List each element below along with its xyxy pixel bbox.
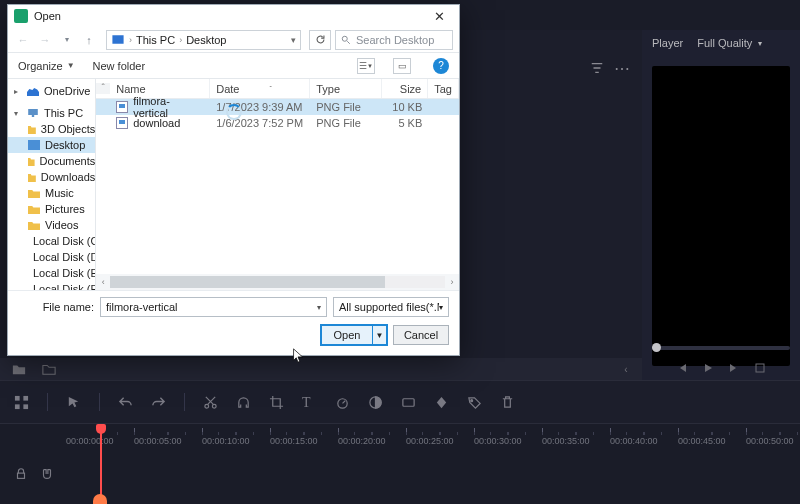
- breadcrumb[interactable]: › This PC › Desktop ▾: [106, 30, 301, 50]
- tree-item[interactable]: Local Disk (E:): [8, 265, 95, 281]
- folder-tree[interactable]: ▸OneDrive▾This PC3D ObjectsDesktopDocume…: [8, 79, 96, 290]
- chevron-right-icon: ›: [179, 35, 182, 45]
- magnet-icon[interactable]: [40, 467, 54, 481]
- file-name: filmora-vertical: [133, 95, 204, 119]
- pointer-icon[interactable]: [66, 395, 81, 410]
- col-type[interactable]: Type: [310, 79, 382, 98]
- dialog-title: Open: [34, 10, 425, 22]
- timeline-tick: 00:00:50:00: [780, 428, 800, 452]
- tree-item[interactable]: Local Disk (D:): [8, 249, 95, 265]
- keyframe-icon[interactable]: [434, 395, 449, 410]
- folder-new-icon[interactable]: [12, 362, 26, 376]
- tag-icon[interactable]: [467, 395, 482, 410]
- nav-back-icon[interactable]: ←: [14, 31, 32, 49]
- color-icon[interactable]: [368, 395, 383, 410]
- col-size[interactable]: Size: [382, 79, 428, 98]
- tree-item[interactable]: Downloads: [8, 169, 95, 185]
- svg-point-5: [205, 404, 209, 408]
- view-mode-button[interactable]: ☰ ▼: [357, 58, 375, 74]
- prev-frame-icon[interactable]: [676, 360, 688, 372]
- tree-item[interactable]: ▸OneDrive: [8, 83, 95, 99]
- file-row[interactable]: download1/6/2023 7:52 PMPNG File5 KB: [96, 115, 459, 131]
- horizontal-scrollbar[interactable]: ‹ ›: [96, 274, 459, 290]
- playhead-handle[interactable]: [93, 494, 107, 504]
- tree-item[interactable]: Local Disk (C:): [8, 233, 95, 249]
- file-type: PNG File: [310, 117, 382, 129]
- folder-icon: [28, 188, 40, 198]
- timeline-ruler[interactable]: 00:00:00:0000:00:05:0000:00:10:0000:00:1…: [100, 428, 800, 452]
- redo-icon[interactable]: [151, 395, 166, 410]
- nav-up-icon[interactable]: ↑: [80, 31, 98, 49]
- scroll-up-icon[interactable]: ˆ: [96, 83, 110, 94]
- nav-recent-icon[interactable]: ▾: [58, 31, 76, 49]
- svg-point-10: [471, 399, 473, 401]
- trash-icon[interactable]: [500, 395, 515, 410]
- nav-forward-icon[interactable]: →: [36, 31, 54, 49]
- file-row[interactable]: filmora-vertical1/7/2023 9:39 AMPNG File…: [96, 99, 459, 115]
- scroll-right-icon[interactable]: ›: [445, 277, 459, 287]
- close-button[interactable]: ✕: [425, 9, 453, 24]
- text-icon[interactable]: T: [302, 395, 317, 410]
- pc-icon: [27, 108, 39, 118]
- svg-rect-2: [23, 395, 28, 400]
- mask-icon[interactable]: [401, 395, 416, 410]
- search-icon: [341, 35, 351, 45]
- speed-icon[interactable]: [335, 395, 350, 410]
- file-name-label: File name:: [18, 301, 94, 313]
- help-button[interactable]: ?: [433, 58, 449, 74]
- folder-icon: [28, 124, 36, 134]
- crop-icon[interactable]: [269, 395, 284, 410]
- next-frame-icon[interactable]: [728, 360, 740, 372]
- scroll-left-icon[interactable]: ‹: [96, 277, 110, 287]
- collapse-icon[interactable]: ‹: [618, 361, 634, 377]
- chevron-right-icon: ›: [129, 35, 132, 45]
- new-folder-button[interactable]: New folder: [93, 60, 146, 72]
- file-type-select[interactable]: All supported files(*.MP4;*.FLV; ▾: [333, 297, 449, 317]
- chevron-down-icon: ▾: [758, 39, 762, 48]
- folder-icon[interactable]: [42, 362, 56, 376]
- col-date[interactable]: Dateˇ: [210, 79, 310, 98]
- grid-icon[interactable]: [14, 395, 29, 410]
- chevron-down-icon[interactable]: ▾: [317, 303, 321, 312]
- file-list[interactable]: filmora-vertical1/7/2023 9:39 AMPNG File…: [96, 99, 459, 131]
- open-split-button[interactable]: ▼: [373, 325, 387, 345]
- folder-icon: [28, 220, 40, 230]
- tree-item[interactable]: Local Disk (F:): [8, 281, 95, 290]
- breadcrumb-leaf[interactable]: Desktop: [186, 34, 226, 46]
- tree-item[interactable]: Music: [8, 185, 95, 201]
- tree-item[interactable]: Documents: [8, 153, 95, 169]
- play-icon[interactable]: [702, 360, 714, 372]
- tree-item-label: Local Disk (D:): [33, 251, 96, 263]
- undo-icon[interactable]: [118, 395, 133, 410]
- svg-rect-1: [15, 395, 20, 400]
- headphones-icon[interactable]: [236, 395, 251, 410]
- playhead[interactable]: [100, 426, 102, 498]
- lock-icon[interactable]: [14, 467, 28, 481]
- chevron-down-icon[interactable]: ▾: [291, 35, 296, 45]
- svg-rect-0: [756, 364, 764, 372]
- player-scrubber[interactable]: [652, 346, 790, 350]
- open-button[interactable]: Open: [321, 325, 373, 345]
- tree-item[interactable]: Pictures: [8, 201, 95, 217]
- preview-pane-button[interactable]: ▭: [393, 58, 411, 74]
- filter-icon[interactable]: [590, 61, 604, 75]
- cut-icon[interactable]: [203, 395, 218, 410]
- chevron-down-icon: ▾: [439, 303, 443, 312]
- more-icon[interactable]: ⋯: [614, 59, 632, 78]
- editor-toolbar: T: [0, 380, 800, 424]
- organize-menu[interactable]: Organize▼: [18, 60, 75, 72]
- file-name-input[interactable]: filmora-vertical ▾: [100, 297, 327, 317]
- refresh-button[interactable]: [309, 30, 331, 50]
- breadcrumb-root[interactable]: This PC: [136, 34, 175, 46]
- tree-item[interactable]: Videos: [8, 217, 95, 233]
- tree-item[interactable]: Desktop: [8, 137, 95, 153]
- app-logo-icon: [14, 9, 28, 23]
- search-input[interactable]: Search Desktop: [335, 30, 453, 50]
- stop-icon[interactable]: [754, 360, 766, 372]
- quality-selector[interactable]: Full Quality ▾: [697, 37, 762, 49]
- col-tag[interactable]: Tag: [428, 79, 459, 98]
- folder-icon: [28, 172, 36, 182]
- tree-item[interactable]: 3D Objects: [8, 121, 95, 137]
- tree-item[interactable]: ▾This PC: [8, 105, 95, 121]
- cancel-button[interactable]: Cancel: [393, 325, 449, 345]
